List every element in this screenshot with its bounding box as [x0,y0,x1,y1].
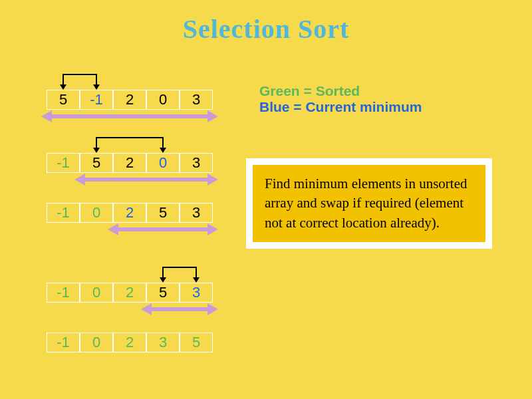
step-3: -10253 [47,263,213,312]
array-cell: 5 [146,203,180,223]
step-0: 5-1203 [47,70,213,119]
range-arrow [47,176,213,182]
step-4: -10235 [47,332,213,352]
step-2: -10253 [47,203,213,232]
array-cell: 3 [146,332,180,352]
legend: Green = Sorted Blue = Current minimum [259,83,422,115]
array-cell: -1 [47,203,80,223]
array-cell: -1 [47,153,80,173]
range-arrow [47,305,213,312]
array-cell: -1 [47,283,80,303]
array-row: -15203 [47,153,213,173]
swap-indicator [47,70,213,90]
step-1: -15203 [47,133,213,182]
legend-sorted: Green = Sorted [259,83,422,99]
legend-minimum: Blue = Current minimum [259,99,422,115]
array-cell: 5 [80,153,113,173]
array-cell: 0 [80,332,113,352]
array-cell: 5 [47,90,80,110]
array-row: 5-1203 [47,90,213,110]
array-cell: -1 [47,332,80,352]
swap-indicator [47,133,213,153]
array-cell: 5 [180,332,213,352]
array-cell: -1 [80,90,113,110]
array-cell: 2 [113,203,146,223]
array-row: -10235 [47,332,213,352]
page-title: Selection Sort [0,0,532,45]
description-text: Find minimum elements in unsorted array … [253,165,485,242]
array-cell: 5 [146,283,180,303]
array-cell: 3 [180,283,213,303]
array-row: -10253 [47,283,213,303]
array-cell: 2 [113,283,146,303]
array-cell: 3 [180,203,213,223]
array-cell: 0 [80,203,113,223]
description-box: Find minimum elements in unsorted array … [246,158,492,249]
range-arrow [47,225,213,232]
array-cell: 2 [113,90,146,110]
array-cell: 3 [180,90,213,110]
range-arrow [47,112,213,119]
array-cell: 0 [146,153,180,173]
swap-indicator [47,263,213,283]
array-cell: 2 [113,153,146,173]
array-row: -10253 [47,203,213,223]
array-cell: 0 [80,283,113,303]
array-cell: 2 [113,332,146,352]
array-cell: 0 [146,90,180,110]
array-cell: 3 [180,153,213,173]
